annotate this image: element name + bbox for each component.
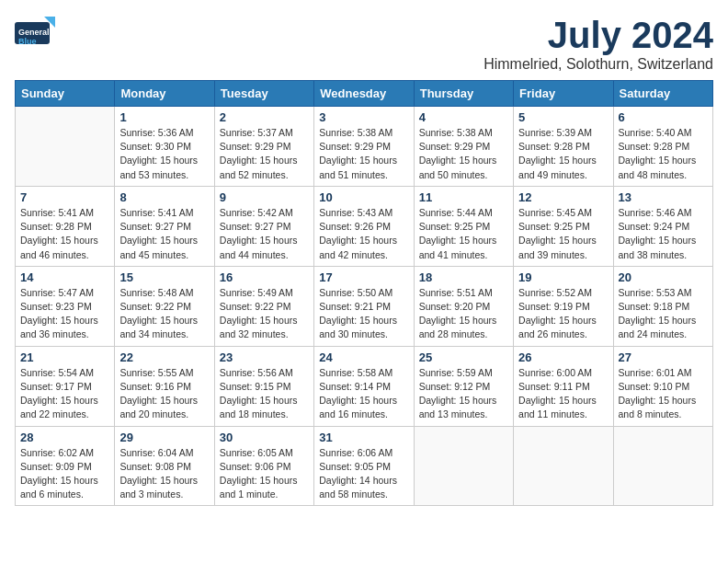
day-number: 13 [619,190,708,204]
day-info: Sunrise: 5:46 AM Sunset: 9:24 PM Dayligh… [619,206,708,262]
calendar-table: SundayMondayTuesdayWednesdayThursdayFrid… [15,80,713,506]
calendar-cell: 2Sunrise: 5:37 AM Sunset: 9:29 PM Daylig… [214,107,313,187]
day-info: Sunrise: 5:41 AM Sunset: 9:28 PM Dayligh… [20,206,109,262]
svg-text:Blue: Blue [18,37,37,46]
day-info: Sunrise: 5:39 AM Sunset: 9:28 PM Dayligh… [518,126,608,182]
logo: General Blue [15,15,59,55]
calendar-cell: 10Sunrise: 5:43 AM Sunset: 9:26 PM Dayli… [314,186,414,266]
day-info: Sunrise: 5:50 AM Sunset: 9:21 PM Dayligh… [319,286,408,342]
day-number: 15 [119,270,209,284]
day-info: Sunrise: 5:52 AM Sunset: 9:19 PM Dayligh… [518,286,608,342]
calendar-cell: 19Sunrise: 5:52 AM Sunset: 9:19 PM Dayli… [514,266,613,346]
day-number: 1 [119,110,209,124]
calendar-cell [613,426,712,506]
calendar-cell: 4Sunrise: 5:38 AM Sunset: 9:29 PM Daylig… [414,107,513,187]
calendar-cell: 31Sunrise: 6:06 AM Sunset: 9:05 PM Dayli… [314,426,414,506]
day-info: Sunrise: 5:54 AM Sunset: 9:17 PM Dayligh… [20,366,109,422]
calendar-cell: 27Sunrise: 6:01 AM Sunset: 9:10 PM Dayli… [613,346,712,426]
day-number: 29 [119,431,209,444]
calendar-cell: 7Sunrise: 5:41 AM Sunset: 9:28 PM Daylig… [16,186,115,266]
title-block: July 2024 Himmelried, Solothurn, Switzer… [483,15,713,73]
day-info: Sunrise: 6:05 AM Sunset: 9:06 PM Dayligh… [220,446,309,502]
day-number: 16 [220,270,309,284]
day-info: Sunrise: 5:43 AM Sunset: 9:26 PM Dayligh… [319,206,408,262]
page-header: General Blue July 2024 Himmelried, Solot… [15,15,713,73]
day-number: 5 [518,110,608,124]
day-info: Sunrise: 6:04 AM Sunset: 9:08 PM Dayligh… [119,446,209,502]
calendar-cell: 21Sunrise: 5:54 AM Sunset: 9:17 PM Dayli… [16,346,115,426]
calendar-cell: 22Sunrise: 5:55 AM Sunset: 9:16 PM Dayli… [115,346,214,426]
calendar-cell [16,107,115,187]
weekday-header: Tuesday [214,81,313,107]
calendar-cell: 18Sunrise: 5:51 AM Sunset: 9:20 PM Dayli… [414,266,513,346]
day-number: 12 [518,190,608,204]
weekday-header: Monday [115,81,214,107]
calendar-cell: 30Sunrise: 6:05 AM Sunset: 9:06 PM Dayli… [214,426,313,506]
svg-text:General: General [18,28,50,37]
calendar-cell [414,426,513,506]
day-number: 8 [119,190,209,204]
calendar-cell: 1Sunrise: 5:36 AM Sunset: 9:30 PM Daylig… [115,107,214,187]
day-info: Sunrise: 5:53 AM Sunset: 9:18 PM Dayligh… [619,286,708,342]
weekday-header: Sunday [16,81,115,107]
logo-icon: General Blue [15,15,59,52]
calendar-week-row: 28Sunrise: 6:02 AM Sunset: 9:09 PM Dayli… [16,426,713,506]
location-subtitle: Himmelried, Solothurn, Switzerland [483,56,713,73]
day-number: 9 [220,190,309,204]
calendar-cell: 29Sunrise: 6:04 AM Sunset: 9:08 PM Dayli… [115,426,214,506]
day-info: Sunrise: 5:56 AM Sunset: 9:15 PM Dayligh… [220,366,309,422]
day-number: 4 [419,110,508,124]
calendar-week-row: 7Sunrise: 5:41 AM Sunset: 9:28 PM Daylig… [16,186,713,266]
day-number: 6 [619,110,708,124]
day-info: Sunrise: 5:44 AM Sunset: 9:25 PM Dayligh… [419,206,508,262]
day-number: 28 [20,431,109,444]
day-info: Sunrise: 5:45 AM Sunset: 9:25 PM Dayligh… [518,206,608,262]
calendar-cell: 20Sunrise: 5:53 AM Sunset: 9:18 PM Dayli… [613,266,712,346]
day-number: 20 [619,270,708,284]
day-info: Sunrise: 5:47 AM Sunset: 9:23 PM Dayligh… [20,286,109,342]
day-number: 27 [619,350,708,364]
calendar-cell: 23Sunrise: 5:56 AM Sunset: 9:15 PM Dayli… [214,346,313,426]
day-number: 26 [518,350,608,364]
weekday-header-row: SundayMondayTuesdayWednesdayThursdayFrid… [16,81,713,107]
day-number: 19 [518,270,608,284]
weekday-header: Friday [514,81,613,107]
calendar-week-row: 14Sunrise: 5:47 AM Sunset: 9:23 PM Dayli… [16,266,713,346]
day-number: 14 [20,270,109,284]
day-number: 30 [220,431,309,444]
day-info: Sunrise: 5:48 AM Sunset: 9:22 PM Dayligh… [119,286,209,342]
day-info: Sunrise: 5:38 AM Sunset: 9:29 PM Dayligh… [319,126,408,182]
day-info: Sunrise: 5:38 AM Sunset: 9:29 PM Dayligh… [419,126,508,182]
day-number: 11 [419,190,508,204]
day-number: 18 [419,270,508,284]
calendar-cell: 17Sunrise: 5:50 AM Sunset: 9:21 PM Dayli… [314,266,414,346]
calendar-week-row: 21Sunrise: 5:54 AM Sunset: 9:17 PM Dayli… [16,346,713,426]
day-number: 22 [119,350,209,364]
calendar-cell: 9Sunrise: 5:42 AM Sunset: 9:27 PM Daylig… [214,186,313,266]
day-info: Sunrise: 5:40 AM Sunset: 9:28 PM Dayligh… [619,126,708,182]
calendar-cell: 16Sunrise: 5:49 AM Sunset: 9:22 PM Dayli… [214,266,313,346]
day-info: Sunrise: 5:36 AM Sunset: 9:30 PM Dayligh… [119,126,209,182]
day-info: Sunrise: 5:37 AM Sunset: 9:29 PM Dayligh… [220,126,309,182]
day-info: Sunrise: 5:58 AM Sunset: 9:14 PM Dayligh… [319,366,408,422]
day-number: 21 [20,350,109,364]
calendar-cell: 26Sunrise: 6:00 AM Sunset: 9:11 PM Dayli… [514,346,613,426]
calendar-cell: 8Sunrise: 5:41 AM Sunset: 9:27 PM Daylig… [115,186,214,266]
day-number: 31 [319,431,408,444]
day-info: Sunrise: 5:59 AM Sunset: 9:12 PM Dayligh… [419,366,508,422]
day-info: Sunrise: 6:01 AM Sunset: 9:10 PM Dayligh… [619,366,708,422]
weekday-header: Wednesday [314,81,414,107]
calendar-cell: 13Sunrise: 5:46 AM Sunset: 9:24 PM Dayli… [613,186,712,266]
day-info: Sunrise: 5:41 AM Sunset: 9:27 PM Dayligh… [119,206,209,262]
month-title: July 2024 [483,15,713,56]
calendar-cell: 28Sunrise: 6:02 AM Sunset: 9:09 PM Dayli… [16,426,115,506]
day-info: Sunrise: 6:02 AM Sunset: 9:09 PM Dayligh… [20,446,109,502]
calendar-cell: 24Sunrise: 5:58 AM Sunset: 9:14 PM Dayli… [314,346,414,426]
day-number: 25 [419,350,508,364]
calendar-cell: 25Sunrise: 5:59 AM Sunset: 9:12 PM Dayli… [414,346,513,426]
day-number: 10 [319,190,408,204]
day-info: Sunrise: 5:51 AM Sunset: 9:20 PM Dayligh… [419,286,508,342]
day-info: Sunrise: 5:49 AM Sunset: 9:22 PM Dayligh… [220,286,309,342]
calendar-cell: 6Sunrise: 5:40 AM Sunset: 9:28 PM Daylig… [613,107,712,187]
day-number: 3 [319,110,408,124]
